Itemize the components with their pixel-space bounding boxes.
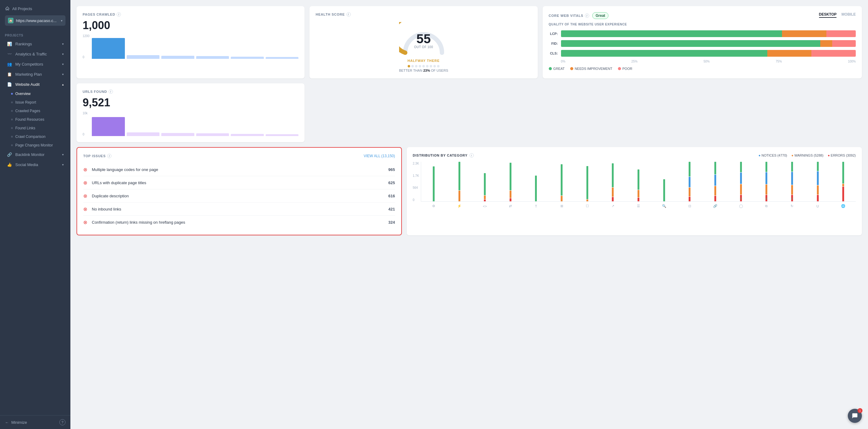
dot bbox=[408, 65, 410, 67]
sidebar-item-website-audit[interactable]: 📄 Website Audit ▴ bbox=[2, 79, 68, 89]
legend-label: NEEDS IMPROVEMENT bbox=[575, 67, 613, 70]
issue-text: No inbound links bbox=[92, 207, 385, 211]
cwv-label: CORE WEB VITALS i bbox=[549, 13, 589, 18]
dist-header: DISTRIBUTION BY CATEGORY i ● NOTICES (47… bbox=[413, 153, 856, 158]
minimize-button[interactable]: ← Minimize bbox=[5, 420, 27, 425]
sub-item-label: Overview bbox=[15, 92, 31, 96]
orange-dot bbox=[570, 67, 573, 70]
legend-notices: ● NOTICES (4770) bbox=[758, 153, 787, 157]
dot bbox=[415, 65, 417, 67]
sidebar-item-social[interactable]: 👍 Social Media ▾ bbox=[2, 160, 68, 170]
projects-section-label: PROJECTS bbox=[0, 29, 70, 39]
error-icon: ⊗ bbox=[83, 180, 89, 185]
sidebar-sub-page-changes[interactable]: Page Changes Monitor bbox=[0, 141, 70, 149]
y-label: 1.7K bbox=[413, 174, 419, 177]
cwv-subtitle: QUALITY OF THE WEBSITE USER EXPERIENCE bbox=[549, 23, 856, 26]
bar bbox=[92, 117, 125, 136]
health-gauge: 55 OUT OF 100 bbox=[399, 22, 448, 56]
info-icon[interactable]: i bbox=[107, 154, 112, 158]
urls-found-card: URLS FOUND i 9,521 10k 0 bbox=[76, 83, 305, 142]
dist-bar-group: ⚡ bbox=[447, 162, 472, 201]
issue-row: ⊗ Multiple language codes for one page 9… bbox=[83, 163, 395, 176]
dot bbox=[426, 65, 429, 67]
issue-count: 625 bbox=[389, 180, 395, 185]
cwv-fid-label: FID: bbox=[549, 42, 558, 45]
dist-icon: ☰ bbox=[637, 204, 640, 208]
dot-icon bbox=[11, 102, 13, 103]
sidebar-sub-found-links[interactable]: Found Links bbox=[0, 124, 70, 133]
dot-icon bbox=[11, 127, 13, 129]
info-icon[interactable]: i bbox=[117, 12, 121, 17]
sidebar-item-backlink[interactable]: 🔗 Backlink Monitor ▾ bbox=[2, 149, 68, 160]
bottom-grid: TOP ISSUES i VIEW ALL (13,150) ⊗ Multipl… bbox=[76, 147, 862, 235]
dist-y-labels: 2.3K 1.7K 564 0 bbox=[413, 162, 419, 202]
audit-icon: 📄 bbox=[7, 82, 12, 87]
dist-bar-group: 🔗 bbox=[703, 162, 728, 201]
dot-icon bbox=[11, 136, 13, 138]
active-dot bbox=[11, 93, 13, 95]
social-icon: 👍 bbox=[7, 163, 12, 167]
sidebar-item-competitors[interactable]: 👥 My Competitors ▾ bbox=[2, 59, 68, 69]
analytics-icon: 〰 bbox=[7, 52, 12, 56]
sidebar-item-marketing[interactable]: 📋 Marketing Plan ▾ bbox=[2, 69, 68, 79]
tab-desktop[interactable]: DESKTOP bbox=[819, 12, 837, 18]
bar bbox=[92, 38, 125, 59]
sidebar-item-analytics[interactable]: 〰 Analytics & Traffic ▾ bbox=[2, 49, 68, 59]
issue-count: 421 bbox=[389, 207, 395, 211]
sidebar-sub-crawled-pages[interactable]: Crawled Pages bbox=[0, 107, 70, 115]
info-icon[interactable]: i bbox=[108, 89, 113, 94]
dot bbox=[422, 65, 425, 67]
sidebar-item-rankings[interactable]: 📊 Rankings ▾ bbox=[2, 39, 68, 49]
dist-icon: ◯ bbox=[739, 204, 743, 208]
sidebar-sub-overview[interactable]: Overview bbox=[0, 89, 70, 98]
legend-poor: POOR bbox=[618, 67, 632, 70]
all-projects-link[interactable]: All Projects bbox=[5, 4, 65, 13]
tab-mobile[interactable]: MOBILE bbox=[841, 12, 856, 18]
chevron-down-icon: ▾ bbox=[61, 19, 62, 22]
cwv-cls-bar bbox=[561, 50, 856, 57]
sidebar-sub-issue-report[interactable]: Issue Report bbox=[0, 98, 70, 107]
issues-header: TOP ISSUES i VIEW ALL (13,150) bbox=[83, 154, 395, 158]
bar bbox=[266, 57, 299, 59]
sidebar-sub-found-resources[interactable]: Found Resources bbox=[0, 115, 70, 124]
pages-crawled-card: PAGES CRAWLED i 1,000 1200 0 bbox=[76, 6, 305, 79]
issue-row: ⊗ Duplicate description 616 bbox=[83, 189, 395, 203]
dist-legend: ● NOTICES (4770) ● WARNINGS (5288) ● ERR… bbox=[758, 153, 856, 157]
bar bbox=[266, 134, 299, 136]
main-content: PAGES CRAWLED i 1,000 1200 0 bbox=[70, 0, 868, 429]
top-grid: PAGES CRAWLED i 1,000 1200 0 bbox=[76, 6, 862, 79]
bar bbox=[127, 133, 160, 136]
bar bbox=[127, 55, 160, 59]
sidebar-sub-crawl-comparison[interactable]: Crawl Comparison bbox=[0, 133, 70, 141]
dist-icon: <> bbox=[483, 204, 487, 208]
issue-count: 324 bbox=[389, 220, 395, 225]
cwv-fid-row: FID: bbox=[549, 40, 856, 47]
info-icon[interactable]: i bbox=[469, 153, 474, 158]
cwv-red-seg bbox=[826, 30, 856, 37]
cwv-cls-row: CLS: bbox=[549, 50, 856, 57]
dist-bar-group: ☰ bbox=[626, 162, 651, 201]
pages-crawled-chart: 1200 0 bbox=[83, 34, 299, 59]
chat-button[interactable]: 1 bbox=[848, 409, 862, 423]
sidebar-item-label: Website Audit bbox=[15, 82, 59, 87]
dist-icon: ⊡ bbox=[688, 204, 691, 208]
chevron-up-icon: ▴ bbox=[62, 83, 64, 86]
health-score-label: HEALTH SCORE i bbox=[315, 12, 350, 17]
info-icon[interactable]: i bbox=[346, 12, 351, 17]
dist-icon: 🔍 bbox=[662, 204, 666, 208]
sub-item-label: Found Links bbox=[15, 126, 35, 130]
info-icon[interactable]: i bbox=[585, 13, 589, 18]
gauge-center: 55 OUT OF 100 bbox=[414, 32, 433, 49]
cwv-green-seg bbox=[561, 30, 782, 37]
project-selector[interactable]: 🏠 https://www.pacaso.c... ▾ bbox=[5, 15, 65, 26]
dist-bar-group: ⚙ bbox=[421, 162, 446, 201]
view-all-link[interactable]: VIEW ALL (13,150) bbox=[364, 154, 395, 158]
dist-icon: ↗ bbox=[612, 204, 614, 208]
help-button[interactable]: ? bbox=[59, 419, 65, 425]
sidebar-item-label: Marketing Plan bbox=[15, 72, 59, 77]
sidebar-item-label: Backlink Monitor bbox=[15, 152, 59, 157]
check-mark: ✓ bbox=[790, 197, 793, 201]
bar bbox=[161, 56, 194, 59]
sidebar-bottom: ← Minimize ? bbox=[0, 415, 70, 429]
project-icon: 🏠 bbox=[8, 18, 13, 23]
